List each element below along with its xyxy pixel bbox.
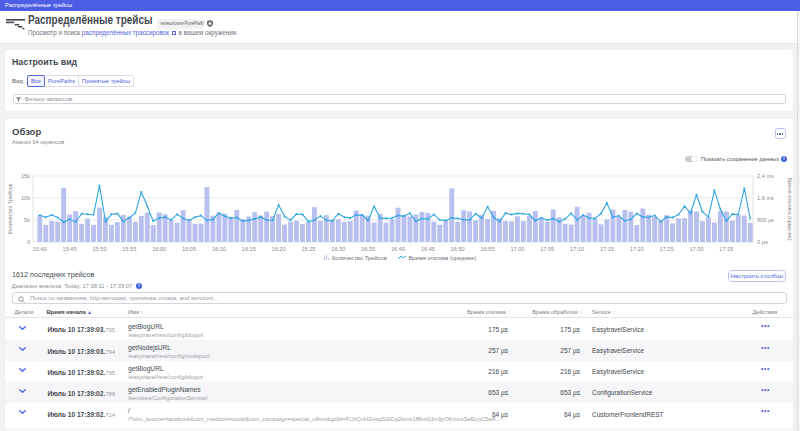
svg-text:16:35: 16:35 [361, 246, 375, 252]
svg-text:16:15: 16:15 [242, 246, 256, 252]
svg-text:Количество Трейсов: Количество Трейсов [7, 183, 13, 234]
svg-text:17:35: 17:35 [719, 246, 733, 252]
svg-text:0: 0 [27, 239, 30, 245]
svg-text:15:55: 15:55 [122, 246, 136, 252]
svg-text:17:25: 17:25 [660, 246, 674, 252]
svg-text:16:25: 16:25 [301, 246, 315, 252]
svg-text:16:20: 16:20 [272, 246, 286, 252]
svg-text:5k: 5k [24, 217, 30, 223]
svg-text:800 µs: 800 µs [757, 217, 774, 223]
svg-text:17:00: 17:00 [510, 246, 524, 252]
svg-text:1.6 ms: 1.6 ms [757, 195, 774, 201]
svg-text:17:30: 17:30 [690, 246, 704, 252]
svg-text:16:30: 16:30 [331, 246, 345, 252]
svg-text:15:50: 15:50 [93, 246, 107, 252]
svg-text:17:20: 17:20 [630, 246, 644, 252]
svg-text:16:55: 16:55 [481, 246, 495, 252]
svg-text:0 µs: 0 µs [757, 239, 768, 245]
svg-text:16:40: 16:40 [391, 246, 405, 252]
svg-text:16:45: 16:45 [421, 246, 435, 252]
svg-text:10k: 10k [21, 195, 30, 201]
svg-text:15:40: 15:40 [33, 246, 47, 252]
svg-text:16:10: 16:10 [212, 246, 226, 252]
svg-text:2.4 ms: 2.4 ms [757, 173, 774, 179]
svg-text:15k: 15k [21, 173, 30, 179]
svg-text:17:10: 17:10 [570, 246, 584, 252]
svg-text:16:00: 16:00 [152, 246, 166, 252]
svg-text:16:50: 16:50 [451, 246, 465, 252]
svg-text:15:45: 15:45 [63, 246, 77, 252]
svg-text:16:05: 16:05 [182, 246, 196, 252]
svg-text:Время отклика (среднее): Время отклика (среднее) [787, 178, 793, 241]
svg-text:17:15: 17:15 [600, 246, 614, 252]
svg-text:17:05: 17:05 [540, 246, 554, 252]
